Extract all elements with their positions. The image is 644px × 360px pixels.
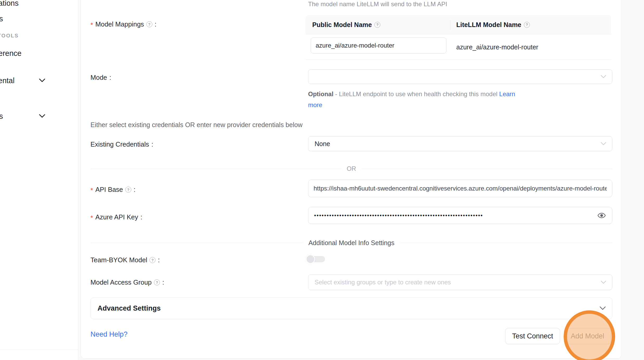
sidebar-item[interactable]: ations <box>0 0 18 8</box>
existing-credentials-label-text: Existing Credentials <box>90 141 149 148</box>
table-header-public-model-name: Public Model Name <box>312 15 380 34</box>
helper-rest: - LiteLLM endpoint to use when health ch… <box>333 90 499 97</box>
model-mappings-label-text: Model Mappings <box>95 21 144 28</box>
advanced-settings-panel[interactable]: Advanced Settings <box>90 297 612 319</box>
colon: : <box>151 141 153 148</box>
colon: : <box>155 21 157 28</box>
toggle-knob <box>306 254 315 264</box>
model-access-group-label-text: Model Access Group <box>90 279 152 286</box>
need-help-link[interactable]: Need Help? <box>90 330 128 338</box>
azure-api-key-field[interactable]: ••••••••••••••••••••••••••••••••••••••••… <box>308 207 612 224</box>
help-icon[interactable] <box>149 257 155 263</box>
azure-api-key-label-text: Azure API Key <box>95 213 138 221</box>
model-name-hint: The model name LiteLLM will send to the … <box>308 1 447 8</box>
api-base-label: * API Base : <box>90 185 135 194</box>
header-divider <box>450 20 451 30</box>
litellm-model-name-value: azure_ai/azure-model-router <box>456 34 538 60</box>
add-model-button[interactable]: Add Model <box>564 328 611 344</box>
public-model-name-input[interactable] <box>311 37 446 54</box>
api-base-label-text: API Base <box>95 186 123 193</box>
existing-credentials-select[interactable]: None <box>308 136 612 151</box>
existing-credentials-value: None <box>308 140 330 148</box>
sidebar: ations s TOOLS erence ental s <box>0 0 78 360</box>
sidebar-divider <box>0 349 78 350</box>
chevron-down-icon <box>39 114 45 118</box>
existing-credentials-label: Existing Credentials : <box>90 141 153 148</box>
chevron-down-icon <box>39 78 45 82</box>
form-content: The model name LiteLLM will send to the … <box>0 0 644 360</box>
divider-line <box>90 169 342 169</box>
test-connect-button[interactable]: Test Connect <box>505 328 560 344</box>
help-icon[interactable] <box>146 21 152 27</box>
azure-api-key-masked-value: ••••••••••••••••••••••••••••••••••••••••… <box>308 212 589 219</box>
add-model-screen: ations s TOOLS erence ental s The model … <box>0 0 644 360</box>
mode-label: Mode : <box>90 74 111 81</box>
sidebar-item[interactable]: ental <box>0 76 15 85</box>
additional-model-info-text: Additional Model Info Settings <box>308 239 394 247</box>
help-icon[interactable] <box>125 187 131 193</box>
model-access-group-select[interactable] <box>308 274 612 290</box>
eye-icon[interactable] <box>597 212 606 219</box>
sidebar-item[interactable]: s <box>0 112 3 121</box>
chevron-down-icon <box>601 75 606 78</box>
helper-bold: Optional <box>308 90 333 97</box>
required-marker: * <box>90 20 93 29</box>
mode-helper-text: Optional - LiteLLM endpoint to use when … <box>308 89 528 110</box>
mode-label-text: Mode <box>90 74 107 81</box>
table-header-litellm-model-name: LiteLLM Model Name <box>456 15 530 34</box>
chevron-down-icon <box>601 280 606 284</box>
required-marker: * <box>90 185 93 194</box>
model-mappings-table: Public Model Name LiteLLM Model Name azu… <box>305 15 611 60</box>
colon: : <box>134 186 135 193</box>
additional-model-info-divider: Additional Model Info Settings <box>90 238 612 247</box>
header-text: Public Model Name <box>312 21 372 29</box>
header-text: LiteLLM Model Name <box>456 21 521 29</box>
help-icon[interactable] <box>374 22 380 28</box>
colon: : <box>162 279 164 286</box>
required-marker: * <box>90 213 93 222</box>
table-row: azure_ai/azure-model-router <box>305 34 611 60</box>
divider-line <box>361 169 613 169</box>
help-icon[interactable] <box>154 279 160 285</box>
or-divider: OR <box>90 164 612 173</box>
team-byok-label: Team-BYOK Model : <box>90 256 160 264</box>
chevron-down-icon <box>601 142 606 146</box>
or-divider-text: OR <box>347 165 356 172</box>
sidebar-item[interactable]: s <box>0 15 3 23</box>
divider-line <box>90 243 303 243</box>
azure-api-key-label: * Azure API Key : <box>90 213 142 222</box>
model-access-group-label: Model Access Group : <box>90 279 164 286</box>
team-byok-toggle[interactable] <box>306 254 325 264</box>
advanced-settings-title: Advanced Settings <box>91 304 161 312</box>
credentials-note: Either select existing credentials OR en… <box>90 121 303 129</box>
api-base-input[interactable] <box>308 185 612 192</box>
divider-line <box>400 243 612 243</box>
colon: : <box>140 213 142 221</box>
api-base-field <box>308 180 612 197</box>
sidebar-item[interactable]: erence <box>0 49 22 58</box>
model-mappings-label: * Model Mappings : <box>90 20 157 29</box>
help-icon[interactable] <box>524 22 530 28</box>
chevron-down-icon <box>600 306 606 310</box>
mode-select[interactable] <box>308 69 612 84</box>
team-byok-label-text: Team-BYOK Model <box>90 256 147 264</box>
colon: : <box>158 256 160 264</box>
sidebar-section-label: TOOLS <box>0 33 19 39</box>
model-access-group-input[interactable] <box>308 279 567 286</box>
table-header-row: Public Model Name LiteLLM Model Name <box>305 15 611 34</box>
colon: : <box>109 74 111 81</box>
